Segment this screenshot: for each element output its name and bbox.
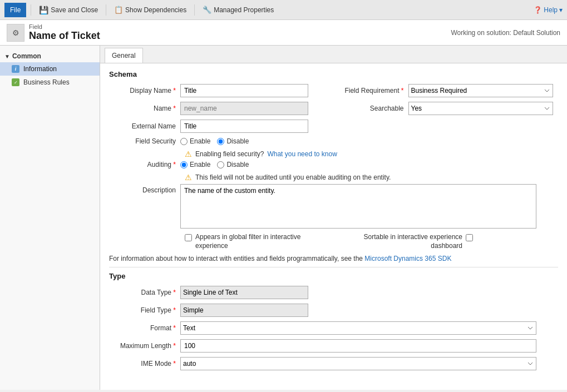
ime-mode-label: IME Mode * [109, 360, 176, 368]
auditing-warning-text: This field will not be audited until you… [195, 173, 391, 181]
field-requirement-star: * [401, 87, 404, 95]
description-row: Description The name of the custom entit… [109, 184, 558, 229]
sortable-label: Sortable in interactive experience dashb… [351, 233, 462, 250]
searchable-group: Searchable Yes No [337, 102, 559, 115]
format-row: Format * Text Email URL Phone [109, 321, 558, 335]
help-icon: ❓ [534, 6, 542, 14]
tab-general[interactable]: General [105, 48, 143, 63]
field-security-warning-row: ⚠ Enabling field security? What you need… [185, 150, 558, 158]
auditing-enable-radio[interactable] [180, 161, 188, 168]
schema-section-title: Schema [109, 70, 558, 78]
display-name-input[interactable] [180, 84, 308, 97]
managed-properties-label: Managed Properties [214, 6, 274, 14]
gear-icon: ⚙ [12, 28, 19, 37]
save-close-label: Save and Close [51, 6, 98, 14]
field-label: Field [29, 23, 100, 30]
page-header: ⚙ Field Name of Ticket Working on soluti… [0, 20, 567, 46]
field-security-disable-option[interactable]: Disable [217, 137, 249, 145]
external-name-label: External Name [109, 122, 176, 130]
name-group: Name * [109, 102, 331, 115]
global-filter-checkbox[interactable] [185, 234, 192, 241]
field-security-label: Field Security [109, 137, 176, 145]
show-dependencies-label: Show Dependencies [125, 6, 186, 14]
sdk-info-text: For information about how to interact wi… [109, 255, 363, 262]
searchable-select[interactable]: Yes No [408, 102, 553, 115]
field-security-radios: Enable Disable [180, 137, 558, 145]
sidebar-common-section[interactable]: ▼ Common [0, 50, 100, 62]
sidebar-item-business-rules-label: Business Rules [23, 78, 70, 86]
max-length-input[interactable] [180, 339, 536, 353]
dependencies-icon: 📋 [114, 6, 123, 14]
format-group: Format * Text Email URL Phone [109, 321, 558, 335]
help-label: Help [544, 6, 558, 14]
name-required-star: * [173, 105, 176, 112]
field-security-disable-radio[interactable] [217, 138, 224, 145]
external-name-input[interactable] [180, 120, 308, 133]
sortable-checkbox[interactable] [466, 234, 473, 241]
sidebar: ▼ Common i Information ✓ Business Rules [0, 46, 100, 390]
display-name-required-star: * [173, 87, 176, 95]
auditing-disable-option[interactable]: Disable [217, 161, 249, 168]
description-group: Description The name of the custom entit… [109, 184, 558, 229]
field-type-label: Field Type * [109, 306, 176, 314]
name-input[interactable] [180, 102, 308, 115]
data-type-label: Data Type * [109, 289, 176, 296]
field-security-enable-radio[interactable] [180, 138, 188, 145]
display-name-row: Display Name * Field Requirement * No Co… [109, 84, 558, 97]
max-length-row: Maximum Length * [109, 339, 558, 353]
field-type-group: Field Type * Simple Calculated Rollup [109, 304, 558, 317]
field-security-row: Field Security Enable Disable [109, 137, 558, 145]
ime-mode-select[interactable]: auto active inactive disabled [180, 357, 536, 370]
field-security-enable-option[interactable]: Enable [180, 137, 210, 145]
ime-mode-group: IME Mode * auto active inactive disabled [109, 357, 558, 370]
help-button[interactable]: ❓ Help ▾ [534, 6, 563, 14]
file-button[interactable]: File [4, 3, 26, 17]
data-type-row: Data Type * Single Line of Text Multiple… [109, 286, 558, 299]
toolbar: File 💾 Save and Close 📋 Show Dependencie… [0, 0, 567, 20]
field-security-warning-icon: ⚠ [185, 150, 192, 158]
global-filter-label: Appears in global filter in interactive … [195, 233, 307, 250]
auditing-row: Auditing * Enable Disable [109, 161, 558, 168]
name-label: Name * [109, 105, 176, 112]
auditing-enable-option[interactable]: Enable [180, 161, 210, 168]
business-rules-icon: ✓ [11, 78, 20, 87]
sidebar-item-information[interactable]: i Information [0, 62, 100, 76]
auditing-warning-row: ⚠ This field will not be audited until y… [185, 173, 558, 182]
data-type-select[interactable]: Single Line of Text Multiple Lines of Te… [180, 286, 308, 299]
common-section-label: Common [12, 52, 41, 60]
auditing-disable-radio[interactable] [217, 161, 224, 168]
field-name-title: Name of Ticket [29, 30, 100, 42]
sdk-link[interactable]: Microsoft Dynamics 365 SDK [364, 255, 451, 262]
header-text: Field Name of Ticket [29, 23, 100, 42]
main-layout: ▼ Common i Information ✓ Business Rules … [0, 46, 567, 390]
format-select[interactable]: Text Email URL Phone [180, 321, 536, 335]
toolbar-separator-1 [31, 4, 31, 16]
max-length-label: Maximum Length * [109, 342, 176, 350]
description-label: Description [109, 184, 176, 194]
field-requirement-group: Field Requirement * No Constraint Busine… [337, 84, 559, 97]
data-type-group: Data Type * Single Line of Text Multiple… [109, 286, 558, 299]
auditing-group: Auditing * Enable Disable [109, 161, 558, 168]
sortable-group: Sortable in interactive experience dashb… [351, 233, 473, 250]
ime-mode-star: * [173, 360, 176, 368]
field-security-link[interactable]: What you need to know [267, 150, 337, 158]
format-label: Format * [109, 324, 176, 332]
field-type-star: * [173, 306, 176, 314]
field-security-disable-label: Disable [226, 137, 249, 145]
description-textarea[interactable]: The name of the custom entity. [180, 184, 536, 229]
show-dependencies-button[interactable]: 📋 Show Dependencies [111, 3, 190, 17]
external-name-row: External Name [109, 120, 558, 133]
field-requirement-select[interactable]: No Constraint Business Recommended Busin… [408, 84, 553, 97]
field-type-select[interactable]: Simple Calculated Rollup [180, 304, 308, 317]
managed-properties-button[interactable]: 🔧 Managed Properties [199, 3, 277, 17]
common-collapse-icon: ▼ [4, 53, 10, 59]
auditing-disable-label: Disable [226, 161, 249, 168]
sidebar-item-business-rules[interactable]: ✓ Business Rules [0, 76, 100, 89]
toolbar-separator-3 [194, 4, 195, 16]
field-security-enable-label: Enable [190, 137, 210, 145]
data-type-star: * [173, 289, 176, 296]
help-chevron-icon: ▾ [559, 6, 563, 14]
max-length-star: * [173, 342, 176, 350]
tab-bar: General [100, 46, 567, 63]
save-and-close-button[interactable]: 💾 Save and Close [36, 3, 101, 17]
